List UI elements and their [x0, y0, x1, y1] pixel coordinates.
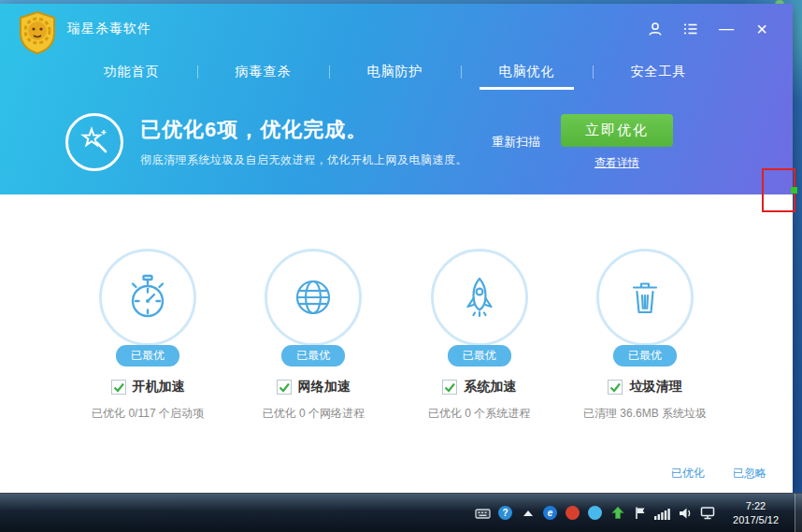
- checkbox-checked[interactable]: [111, 380, 126, 395]
- card-label: 系统加速: [464, 379, 516, 395]
- show-desktop-button[interactable]: [795, 494, 802, 532]
- footer-links: 已优化 已忽略: [671, 466, 766, 482]
- checkbox-checked[interactable]: [608, 380, 623, 395]
- tab-pc-optimization[interactable]: 电脑优化: [461, 54, 593, 90]
- main-menu-icon[interactable]: [680, 19, 701, 39]
- browser-icon[interactable]: e: [542, 505, 558, 521]
- card-status: 已优化 0/117 个启动项: [67, 406, 228, 422]
- banner-actions: 重新扫描 立即优化 查看详情: [492, 114, 793, 171]
- hidden-icons-arrow-icon[interactable]: [520, 505, 536, 521]
- checkbox-checked[interactable]: [277, 380, 292, 395]
- tab-label: 电脑优化: [499, 64, 555, 80]
- card-boot-acceleration: 已最优 开机加速 已优化 0/117 个启动项: [67, 249, 228, 422]
- optimization-banner: 已优化6项，优化完成。 彻底清理系统垃圾及自启无效进程，优化开机上网及电脑速度。…: [0, 90, 793, 194]
- flag-icon[interactable]: [632, 505, 648, 521]
- status-badge: 已最优: [613, 345, 677, 367]
- checkbox-checked[interactable]: [442, 380, 457, 395]
- card-status: 已清理 36.6MB 系统垃圾: [565, 406, 725, 422]
- keyboard-icon[interactable]: [475, 505, 491, 521]
- card-label: 开机加速: [133, 379, 185, 395]
- stopwatch-icon: [99, 249, 196, 346]
- card-label: 网络加速: [298, 379, 351, 395]
- red-app-icon[interactable]: [565, 505, 580, 521]
- user-account-icon[interactable]: [645, 19, 666, 39]
- nav-tabs: 功能首页 病毒查杀 电脑防护 电脑优化 安全工具: [0, 54, 793, 90]
- tab-label: 安全工具: [631, 64, 687, 80]
- banner-title: 已优化6项，优化完成。: [140, 116, 467, 144]
- tab-virus-scan[interactable]: 病毒查杀: [197, 54, 329, 90]
- status-badge: 已最优: [116, 345, 179, 367]
- minimize-button[interactable]: —: [716, 19, 737, 39]
- card-system-acceleration: 已最优 系统加速 已优化 0 个系统进程: [399, 249, 560, 422]
- close-button[interactable]: ×: [752, 19, 772, 39]
- optimized-link[interactable]: 已优化: [671, 466, 705, 482]
- tab-home[interactable]: 功能首页: [65, 54, 197, 90]
- status-badge: 已最优: [281, 345, 345, 367]
- network-icon[interactable]: [699, 505, 715, 521]
- titlebar: 瑞星杀毒软件 — ×: [0, 4, 793, 54]
- globe-icon: [265, 249, 362, 346]
- card-network-acceleration: 已最优 网络加速 已优化 0 个网络进程: [233, 249, 394, 422]
- taskbar: ? e 7:22 2017/5/12: [0, 493, 802, 532]
- app-title: 瑞星杀毒软件: [67, 21, 151, 37]
- help-icon[interactable]: ?: [497, 505, 513, 521]
- update-arrow-icon[interactable]: [609, 505, 625, 521]
- rocket-icon: [431, 249, 528, 346]
- magic-wand-icon: [65, 113, 123, 171]
- tab-pc-protection[interactable]: 电脑防护: [329, 54, 461, 90]
- optimize-now-button[interactable]: 立即优化: [561, 114, 673, 147]
- taskbar-clock[interactable]: 7:22 2017/5/12: [733, 499, 779, 527]
- signal-bars-icon[interactable]: [654, 505, 670, 521]
- ie-globe-icon[interactable]: [587, 505, 603, 521]
- window-controls: — ×: [645, 19, 772, 39]
- status-badge: 已最优: [448, 345, 511, 367]
- clock-time: 7:22: [733, 499, 779, 513]
- banner-subtitle: 彻底清理系统垃圾及自启无效进程，优化开机上网及电脑速度。: [140, 152, 467, 168]
- app-logo-lion-shield-icon: [17, 10, 58, 55]
- trash-icon: [596, 249, 694, 346]
- optimize-button-group: 立即优化 查看详情: [561, 114, 673, 171]
- tab-label: 电脑防护: [367, 64, 423, 80]
- ignored-link[interactable]: 已忽略: [733, 466, 766, 482]
- optimization-cards: 已最优 开机加速 已优化 0/117 个启动项: [0, 194, 793, 422]
- system-tray: ? e 7:22 2017/5/12: [475, 494, 802, 532]
- desktop: 瑞星杀毒软件 — × 功能首页 病毒查杀 电脑防护 电脑优化 安全工具: [0, 0, 802, 532]
- app-header: 瑞星杀毒软件 — × 功能首页 病毒查杀 电脑防护 电脑优化 安全工具: [0, 4, 793, 194]
- app-window: 瑞星杀毒软件 — × 功能首页 病毒查杀 电脑防护 电脑优化 安全工具: [0, 4, 793, 493]
- card-status: 已优化 0 个系统进程: [399, 406, 560, 422]
- tab-label: 功能首页: [104, 64, 160, 80]
- tab-security-tools[interactable]: 安全工具: [593, 54, 724, 90]
- content-area: 已最优 开机加速 已优化 0/117 个启动项: [0, 194, 793, 493]
- tab-label: 病毒查杀: [236, 64, 292, 80]
- rescan-link[interactable]: 重新扫描: [492, 134, 540, 151]
- view-details-link[interactable]: 查看详情: [594, 155, 639, 171]
- volume-icon[interactable]: [677, 505, 693, 521]
- annotation-rectangle: [762, 168, 795, 212]
- card-garbage-cleanup: 已最优 垃圾清理 已清理 36.6MB 系统垃圾: [565, 249, 725, 422]
- card-status: 已优化 0 个网络进程: [233, 406, 394, 422]
- banner-text: 已优化6项，优化完成。 彻底清理系统垃圾及自启无效进程，优化开机上网及电脑速度。: [140, 116, 467, 168]
- annotation-resize-handle[interactable]: [791, 187, 797, 194]
- card-label: 垃圾清理: [629, 379, 681, 395]
- clock-date: 2017/5/12: [733, 513, 779, 527]
